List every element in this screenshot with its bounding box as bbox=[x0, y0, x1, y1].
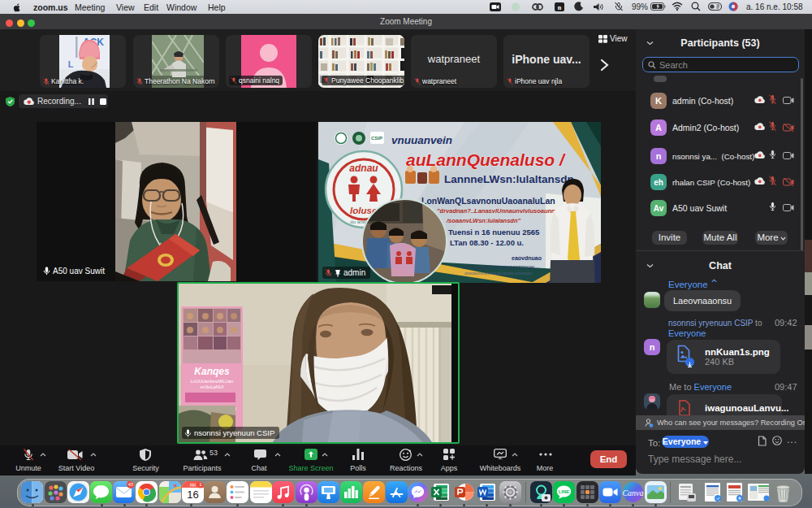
svg-text:CSIP: CSIP bbox=[371, 136, 382, 141]
svg-text:Canva: Canva bbox=[622, 488, 643, 497]
svg-text:eaovdnuao: eaovdnuao bbox=[512, 255, 542, 261]
svg-text:43: 43 bbox=[128, 482, 133, 487]
svg-text:LnUUUanIsnoWLUan: LnUUUanIsnoWLUan bbox=[191, 379, 234, 384]
svg-text:unvnounvnsneruLanuaunw unvnsne: unvnounvnsneruLanuaunw unvnsnen bbox=[464, 271, 532, 276]
svg-text:/soaanvLWsn:lulalansdn": /soaanvLWsn:lulalansdn" bbox=[446, 217, 521, 224]
svg-text:Kanqes: Kanqes bbox=[194, 366, 230, 377]
svg-text:LonWanQLsavnonuUaoanaluLan: LonWanQLsavnonuUaoanaluLan bbox=[421, 196, 555, 206]
svg-text:16: 16 bbox=[187, 488, 198, 501]
svg-text:sn.uw.adnsnu wanuaensnwuw: sn.uw.adnsnu wanuaensnwuw bbox=[463, 264, 534, 270]
svg-text:LINE: LINE bbox=[559, 489, 570, 494]
svg-text:LannneLWsn:lulaltansdn: LannneLWsn:lulaltansdn bbox=[444, 173, 574, 185]
svg-text:Tuensi n 16 nuenuu 2565: Tuensi n 16 nuenuu 2565 bbox=[448, 228, 540, 237]
svg-text:LTan 08.30 - 12.00 u.: LTan 08.30 - 12.00 u. bbox=[450, 238, 524, 247]
svg-text:L: L bbox=[68, 59, 74, 69]
svg-text:enSuLaNUI: enSuLaNUI bbox=[201, 384, 224, 389]
svg-text:FRI: FRI bbox=[190, 484, 196, 488]
svg-text:adnau: adnau bbox=[349, 163, 378, 174]
svg-text:"drvadnan?..LanasvlUnnaunvlvlu: "drvadnan?..LanasvlUnnaunvlvlusoaunnu bbox=[437, 207, 559, 215]
svg-text:n: n bbox=[558, 4, 562, 11]
svg-text:auLannQuenaluso /: auLannQuenaluso / bbox=[406, 150, 566, 169]
svg-text:vnuuanvein: vnuuanvein bbox=[391, 134, 452, 146]
